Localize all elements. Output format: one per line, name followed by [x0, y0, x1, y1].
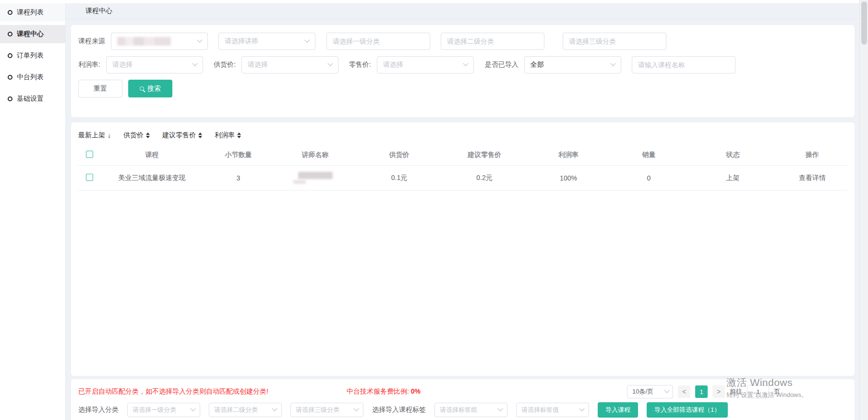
- chevron-down-icon: [190, 406, 195, 411]
- scrollbar[interactable]: [859, 0, 868, 420]
- auto-match-notice: 已开启自动匹配分类，如不选择导入分类则自动匹配或创建分类!: [78, 387, 268, 396]
- sidebar-item-basic-settings[interactable]: 基础设置: [0, 90, 65, 108]
- profit-rate-label: 利润率:: [78, 60, 100, 69]
- filter-panel: 课程来源 请选择讲师 利润率: 请选择 供货价: 请选择 零售价: 请选择 是否…: [71, 25, 855, 117]
- supply-price-label: 供货价:: [214, 60, 236, 69]
- sidebar: 课程列表 课程中心 订单列表 中台列表 基础设置: [0, 3, 66, 420]
- prev-page-button[interactable]: <: [678, 385, 690, 398]
- sidebar-item-label: 基础设置: [17, 95, 44, 103]
- chevron-down-icon: [327, 61, 333, 66]
- service-fee-value: 0%: [411, 387, 421, 395]
- retail-price: 0.2元: [441, 174, 528, 182]
- col-teacher: 讲师名称: [273, 151, 357, 159]
- chevron-down-icon: [579, 406, 584, 411]
- course-name: 美业三域流量极速变现: [100, 174, 204, 182]
- sidebar-item-label: 中台列表: [17, 73, 44, 82]
- pagination: 10条/页 < 1 > 前往 页: [627, 385, 780, 398]
- sidebar-item-label: 订单列表: [17, 51, 44, 60]
- category1-input[interactable]: [326, 33, 430, 50]
- select-all-checkbox[interactable]: [86, 151, 93, 158]
- sort-latest[interactable]: 最新上架 ↓: [78, 131, 111, 140]
- scrollbar-thumb[interactable]: [861, 1, 867, 45]
- profit-rate: 100%: [528, 174, 609, 182]
- redacted-value: [273, 172, 357, 184]
- col-status: 状态: [688, 151, 777, 159]
- circle-icon: [8, 53, 12, 58]
- import-all-filtered-button[interactable]: 导入全部筛选课程（1）: [647, 402, 728, 418]
- course-source-select[interactable]: [111, 33, 208, 50]
- col-retail-price: 建议零售价: [441, 151, 528, 159]
- redacted-value: [117, 37, 171, 46]
- status-text: 上架: [688, 174, 777, 182]
- import-category1-select[interactable]: 请选择一级分类: [127, 403, 200, 417]
- profit-rate-select[interactable]: 请选择: [106, 56, 203, 73]
- sort-caret-icon: [198, 132, 202, 138]
- section-count: 3: [204, 174, 273, 182]
- sidebar-item-platform-list[interactable]: 中台列表: [0, 68, 65, 86]
- chevron-down-icon: [272, 406, 277, 411]
- chevron-down-icon: [192, 61, 197, 66]
- page-title: 课程中心: [85, 7, 112, 15]
- goto-page-input[interactable]: [747, 385, 769, 398]
- circle-icon: [8, 10, 12, 15]
- view-details-link[interactable]: 查看详情: [777, 174, 847, 182]
- search-icon: [140, 86, 144, 91]
- next-page-button[interactable]: >: [712, 385, 725, 398]
- filter-buttons: 重置 搜索: [78, 80, 847, 97]
- import-category3-select[interactable]: 请选择三级分类: [290, 403, 363, 417]
- supply-price-select[interactable]: 请选择: [241, 56, 338, 73]
- top-strip: [0, 0, 868, 3]
- sort-row: 最新上架 ↓ 供货价 建议零售价 利润率: [78, 128, 847, 143]
- arrow-down-icon: ↓: [108, 132, 111, 139]
- filter-row-2: 利润率: 请选择 供货价: 请选择 零售价: 请选择 是否已导入 全部: [78, 56, 847, 73]
- table-row: 美业三域流量极速变现 3 0.1元 0.2元 100% 0 上架 查看详情: [78, 166, 847, 191]
- retail-price-select[interactable]: 请选择: [377, 56, 474, 73]
- category2-input[interactable]: [441, 33, 544, 50]
- sort-caret-icon: [146, 132, 150, 138]
- col-profit-rate: 利润率: [528, 151, 609, 159]
- col-supply-price: 供货价: [357, 151, 441, 159]
- sort-profit-rate[interactable]: 利润率: [215, 131, 241, 140]
- sidebar-item-label: 课程列表: [17, 8, 44, 17]
- page-header: 课程中心: [66, 3, 859, 19]
- filter-row-1: 课程来源 请选择讲师: [78, 33, 847, 50]
- current-page[interactable]: 1: [695, 385, 708, 398]
- notice-row: 已开启自动匹配分类，如不选择导入分类则自动匹配或创建分类! 中台技术服务费比例:…: [78, 384, 847, 399]
- import-course-button[interactable]: 导入课程: [598, 402, 638, 418]
- page-size-select[interactable]: 10条/页: [627, 385, 673, 398]
- import-category-label: 选择导入分类: [78, 406, 119, 414]
- chevron-down-icon: [197, 37, 202, 43]
- import-category2-select[interactable]: 请选择二级分类: [209, 403, 282, 417]
- sidebar-item-course-center[interactable]: 课程中心: [0, 25, 65, 43]
- col-sales: 销量: [609, 151, 688, 159]
- teacher-name-redacted: [273, 172, 357, 184]
- page-unit-label: 页: [774, 387, 780, 396]
- course-name-input[interactable]: [632, 56, 735, 73]
- search-button[interactable]: 搜索: [128, 80, 172, 97]
- circle-icon: [8, 32, 12, 36]
- sidebar-item-label: 课程中心: [17, 30, 44, 38]
- sort-retail-price[interactable]: 建议零售价: [162, 131, 202, 140]
- teacher-select[interactable]: 请选择讲师: [218, 33, 315, 50]
- sidebar-item-course-list[interactable]: 课程列表: [0, 3, 65, 22]
- course-source-label: 课程来源: [78, 37, 105, 46]
- service-fee-text: 中台技术服务费比例: 0%: [347, 387, 421, 396]
- row-checkbox[interactable]: [86, 174, 93, 181]
- retail-price-label: 零售价:: [349, 60, 371, 69]
- imported-select[interactable]: 全部: [524, 56, 621, 73]
- chevron-down-icon: [664, 388, 669, 393]
- reset-button[interactable]: 重置: [78, 80, 122, 97]
- col-course: 课程: [100, 151, 204, 159]
- sales-count: 0: [609, 174, 688, 182]
- chevron-down-icon: [463, 61, 468, 66]
- sidebar-item-order-list[interactable]: 订单列表: [0, 47, 65, 65]
- category3-input[interactable]: [563, 33, 666, 50]
- import-panel: 已开启自动匹配分类，如不选择导入分类则自动匹配或创建分类! 中台技术服务费比例:…: [71, 379, 855, 420]
- col-action: 操作: [777, 151, 847, 159]
- tag-group-select[interactable]: 请选择标签组: [434, 403, 507, 417]
- circle-icon: [8, 96, 12, 101]
- chevron-down-icon: [610, 61, 615, 66]
- tag-value-select[interactable]: 请选择标签值: [516, 403, 589, 417]
- sort-supply-price[interactable]: 供货价: [123, 131, 150, 140]
- col-sections: 小节数量: [204, 151, 273, 159]
